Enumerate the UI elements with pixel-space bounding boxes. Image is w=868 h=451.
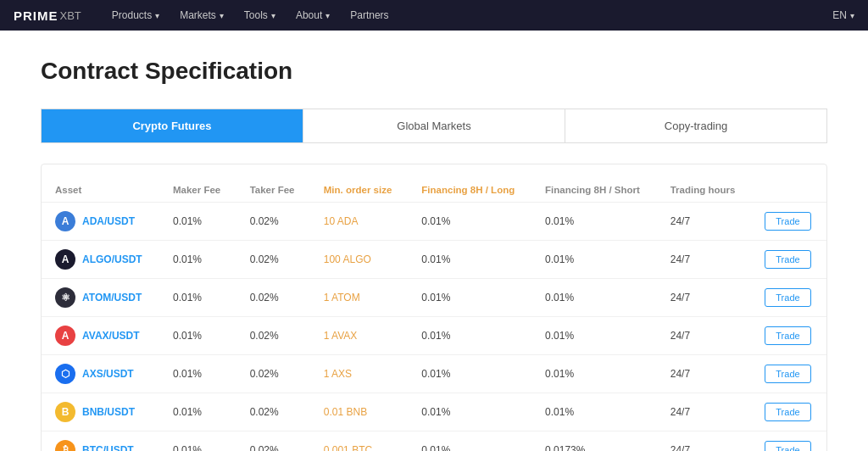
cell-fin-long: 0.01% [408,432,531,452]
col-fin-short: Financing 8H / Short [531,178,657,203]
cell-taker-fee: 0.02% [236,203,310,241]
table-row: ₿ BTC/USDT 0.01% 0.02% 0.001 BTC 0.01% 0… [42,432,826,452]
table-row: A AVAX/USDT 0.01% 0.02% 1 AVAX 0.01% 0.0… [42,317,826,355]
cell-taker-fee: 0.02% [236,241,310,279]
coin-icon: ⚛ [55,287,75,308]
cell-maker-fee: 0.01% [159,203,236,241]
col-min-order: Min. order size [310,178,409,203]
nav-item-tools[interactable]: Tools ▾ [234,0,286,31]
cell-fin-long: 0.01% [408,317,531,355]
table-row: B BNB/USDT 0.01% 0.02% 0.01 BNB 0.01% 0.… [42,393,826,432]
cell-taker-fee: 0.02% [236,317,310,355]
cell-fin-long: 0.01% [408,355,531,393]
cell-asset: A ADA/USDT [42,203,159,241]
col-asset: Asset [42,178,159,203]
col-trading-hours: Trading hours [657,178,752,203]
cell-taker-fee: 0.02% [236,355,310,393]
col-action [751,178,826,203]
cell-trading-hours: 24/7 [657,279,752,317]
nav-item-markets[interactable]: Markets ▾ [170,0,234,31]
tab-copy-trading[interactable]: Copy-trading [565,109,826,142]
cell-maker-fee: 0.01% [159,432,236,452]
table-row: ⬡ AXS/USDT 0.01% 0.02% 1 AXS 0.01% 0.01%… [42,355,826,393]
tab-bar: Crypto Futures Global Markets Copy-tradi… [41,109,827,143]
cell-maker-fee: 0.01% [159,241,236,279]
coin-icon: ⬡ [55,364,75,384]
cell-maker-fee: 0.01% [159,317,236,355]
cell-maker-fee: 0.01% [159,355,236,393]
tab-crypto-futures[interactable]: Crypto Futures [42,109,303,142]
language-selector[interactable]: EN ▾ [832,9,854,21]
table-header-row: Asset Maker Fee Taker Fee Min. order siz… [42,178,826,203]
cell-fin-short: 0.01% [531,241,657,279]
trade-button[interactable]: Trade [765,250,810,269]
trade-button[interactable]: Trade [765,326,810,345]
coin-icon: ₿ [55,440,75,451]
nav-items: Products ▾ Markets ▾ Tools ▾ About ▾ Par… [102,0,833,31]
cell-min-order: 100 ALGO [310,241,409,279]
page-title: Contract Specification [41,58,827,85]
trade-button[interactable]: Trade [765,288,810,307]
cell-min-order: 1 ATOM [310,279,409,317]
chevron-down-icon: ▾ [326,11,330,20]
chevron-down-icon: ▾ [271,11,275,20]
coin-icon: A [55,326,75,346]
nav-item-about[interactable]: About ▾ [286,0,340,31]
cell-asset: ⚛ ATOM/USDT [42,279,159,317]
asset-name: ADA/USDT [82,215,135,227]
nav-item-partners[interactable]: Partners [340,0,398,31]
cell-fin-short: 0.01% [531,355,657,393]
chevron-down-icon: ▾ [220,11,224,20]
cell-fin-long: 0.01% [408,203,531,241]
cell-asset: A AVAX/USDT [42,317,159,355]
cell-fin-short: 0.01% [531,393,657,432]
cell-trade-action: Trade [751,432,826,452]
cell-fin-short: 0.01% [531,317,657,355]
cell-min-order: 10 ADA [310,203,409,241]
cell-trade-action: Trade [751,203,826,241]
asset-name: BNB/USDT [82,406,135,418]
cell-fin-short: 0.01% [531,203,657,241]
cell-min-order: 0.01 BNB [310,393,409,432]
cell-asset: A ALGO/USDT [42,241,159,279]
asset-name: AVAX/USDT [82,330,140,342]
cell-maker-fee: 0.01% [159,393,236,432]
trade-button[interactable]: Trade [765,365,810,383]
table-row: A ADA/USDT 0.01% 0.02% 10 ADA 0.01% 0.01… [42,203,826,241]
cell-asset: B BNB/USDT [42,393,159,432]
logo[interactable]: PRIME XBT [14,8,81,23]
cell-trading-hours: 24/7 [657,317,752,355]
cell-trade-action: Trade [751,393,826,432]
col-maker-fee: Maker Fee [159,178,236,203]
col-taker-fee: Taker Fee [236,178,310,203]
contract-table: Asset Maker Fee Taker Fee Min. order siz… [42,178,826,451]
cell-fin-long: 0.01% [408,279,531,317]
cell-trading-hours: 24/7 [657,355,752,393]
navbar: PRIME XBT Products ▾ Markets ▾ Tools ▾ A… [0,0,868,31]
cell-min-order: 1 AVAX [310,317,409,355]
nav-item-products[interactable]: Products ▾ [102,0,170,31]
table-row: A ALGO/USDT 0.01% 0.02% 100 ALGO 0.01% 0… [42,241,826,279]
trade-button[interactable]: Trade [765,403,810,421]
cell-asset: ₿ BTC/USDT [42,432,159,452]
cell-asset: ⬡ AXS/USDT [42,355,159,393]
cell-maker-fee: 0.01% [159,279,236,317]
cell-trade-action: Trade [751,279,826,317]
cell-trading-hours: 24/7 [657,432,752,452]
trade-button[interactable]: Trade [765,212,810,231]
tab-global-markets[interactable]: Global Markets [303,109,565,142]
cell-taker-fee: 0.02% [236,432,310,452]
coin-icon: A [55,211,75,231]
trade-button[interactable]: Trade [765,441,810,451]
coin-icon: B [55,402,75,422]
contract-table-container: Asset Maker Fee Taker Fee Min. order siz… [41,164,827,451]
cell-trade-action: Trade [751,355,826,393]
cell-min-order: 0.001 BTC [310,432,409,452]
cell-taker-fee: 0.02% [236,279,310,317]
asset-name: ATOM/USDT [82,292,142,303]
cell-trading-hours: 24/7 [657,393,752,432]
asset-name: BTC/USDT [82,444,134,451]
cell-trade-action: Trade [751,317,826,355]
cell-trading-hours: 24/7 [657,203,752,241]
asset-name: ALGO/USDT [82,253,142,265]
